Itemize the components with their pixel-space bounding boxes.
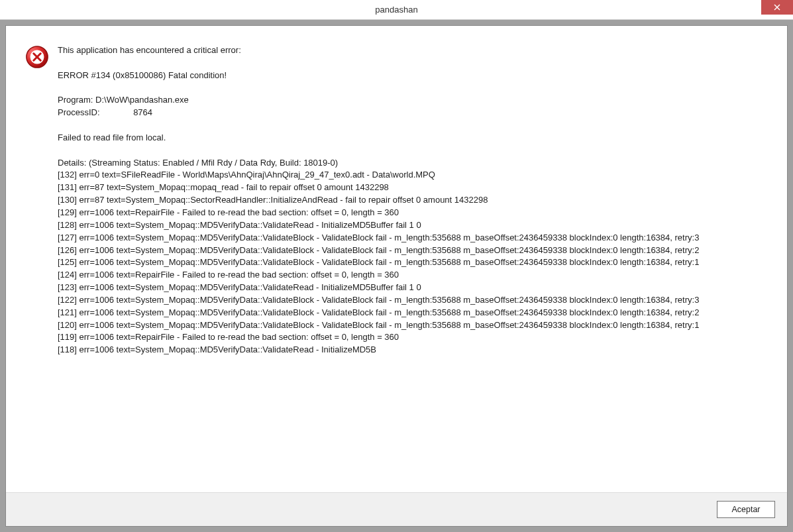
- dialog-content: This application has encountered a criti…: [5, 25, 788, 527]
- window-frame: This application has encountered a criti…: [0, 20, 793, 532]
- titlebar[interactable]: pandashan: [0, 0, 793, 20]
- accept-button[interactable]: Aceptar: [717, 501, 775, 518]
- window-title: pandashan: [375, 5, 417, 15]
- error-dialog-window: pandashan: [0, 0, 793, 532]
- message-area: This application has encountered a criti…: [6, 26, 787, 492]
- error-text-block: This application has encountered a criti…: [58, 44, 774, 486]
- close-icon: [774, 1, 780, 13]
- icon-column: [25, 44, 58, 486]
- close-button[interactable]: [761, 0, 793, 15]
- button-bar: Aceptar: [6, 492, 787, 526]
- error-icon: [25, 44, 50, 70]
